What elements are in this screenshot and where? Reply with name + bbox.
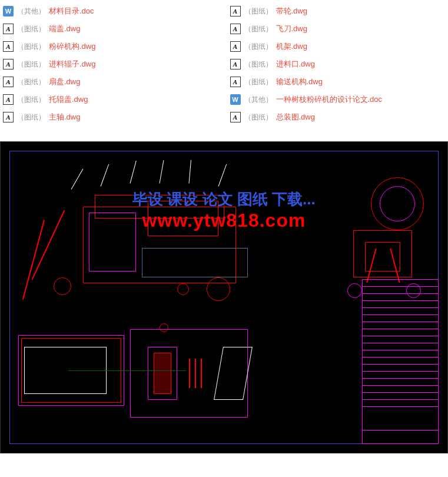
dwg-icon: A — [3, 112, 14, 122]
file-link[interactable]: 进料口.dwg — [276, 59, 315, 69]
file-item: A（图纸）飞刀.dwg — [230, 24, 446, 34]
dwg-icon: A — [3, 24, 14, 34]
cad-preview: 毕设 课设 论文 图纸 下载... www.ytw818.com — [0, 141, 448, 453]
file-tag: （图纸） — [17, 112, 45, 122]
file-link[interactable]: 端盖.dwg — [49, 24, 80, 34]
file-item: A（图纸）托辊盖.dwg — [3, 94, 218, 105]
dwg-icon: A — [230, 59, 241, 69]
file-tag: （图纸） — [17, 24, 45, 34]
file-column-right: A（图纸）带轮.dwgA（图纸）飞刀.dwgA（图纸）机架.dwgA（图纸）进料… — [230, 6, 446, 130]
file-column-left: W（其他）材料目录.docA（图纸）端盖.dwgA（图纸）粉碎机构.dwgA（图… — [3, 6, 218, 130]
file-tag: （图纸） — [17, 42, 45, 52]
file-link[interactable]: 总装图.dwg — [276, 112, 315, 122]
file-item: W（其他）材料目录.doc — [3, 6, 218, 16]
file-item: A（图纸）扇盘.dwg — [3, 77, 218, 87]
file-tag: （图纸） — [244, 77, 273, 87]
word-icon: W — [3, 6, 14, 16]
file-item: A（图纸）输送机构.dwg — [230, 77, 446, 87]
file-item: W（其他）一种树枝粉碎机的设计论文.doc — [230, 94, 446, 105]
file-link[interactable]: 一种树枝粉碎机的设计论文.doc — [276, 94, 383, 105]
file-link[interactable]: 扇盘.dwg — [49, 77, 80, 87]
watermark-line2: www.ytw818.com — [1, 210, 447, 231]
watermark-line1: 毕设 课设 论文 图纸 下载... — [1, 189, 447, 210]
file-item: A（图纸）进料口.dwg — [230, 59, 446, 69]
file-tag: （图纸） — [244, 6, 273, 16]
dwg-icon: A — [3, 77, 14, 87]
file-tag: （图纸） — [17, 59, 45, 69]
file-tag: （其他） — [244, 95, 273, 105]
file-tag: （图纸） — [244, 112, 273, 122]
file-link[interactable]: 粉碎机构.dwg — [49, 41, 95, 52]
file-tag: （图纸） — [17, 77, 45, 87]
file-link[interactable]: 进料辊子.dwg — [49, 59, 95, 69]
file-item: A（图纸）机架.dwg — [230, 41, 446, 52]
cad-plan-view — [12, 317, 260, 435]
file-link[interactable]: 主轴.dwg — [49, 112, 80, 122]
file-tag: （图纸） — [244, 59, 273, 69]
file-item: A（图纸）进料辊子.dwg — [3, 59, 218, 69]
dwg-icon: A — [3, 59, 14, 69]
file-item: A（图纸）带轮.dwg — [230, 6, 446, 16]
file-link[interactable]: 飞刀.dwg — [276, 24, 307, 34]
file-link[interactable]: 材料目录.doc — [49, 6, 94, 16]
file-tag: （图纸） — [244, 24, 273, 34]
file-tag: （其他） — [17, 6, 45, 16]
cad-title-block — [362, 279, 439, 444]
file-link[interactable]: 托辊盖.dwg — [49, 94, 88, 105]
file-tag: （图纸） — [17, 95, 45, 105]
file-item: A（图纸）端盖.dwg — [3, 24, 218, 34]
dwg-icon: A — [230, 77, 241, 87]
word-icon: W — [230, 94, 241, 105]
file-item: A（图纸）主轴.dwg — [3, 112, 218, 122]
file-list: W（其他）材料目录.docA（图纸）端盖.dwgA（图纸）粉碎机构.dwgA（图… — [0, 0, 448, 141]
file-item: A（图纸）总装图.dwg — [230, 112, 446, 122]
dwg-icon: A — [230, 112, 241, 122]
dwg-icon: A — [230, 6, 241, 16]
cad-elevation-view — [12, 160, 347, 307]
file-link[interactable]: 带轮.dwg — [276, 6, 307, 16]
file-link[interactable]: 机架.dwg — [276, 41, 307, 52]
watermark: 毕设 课设 论文 图纸 下载... www.ytw818.com — [1, 189, 447, 231]
dwg-icon: A — [3, 41, 14, 52]
dwg-icon: A — [3, 94, 14, 105]
file-item: A（图纸）粉碎机构.dwg — [3, 41, 218, 52]
file-link[interactable]: 输送机构.dwg — [276, 77, 323, 87]
file-tag: （图纸） — [244, 42, 273, 52]
dwg-icon: A — [230, 41, 241, 52]
dwg-icon: A — [230, 24, 241, 34]
